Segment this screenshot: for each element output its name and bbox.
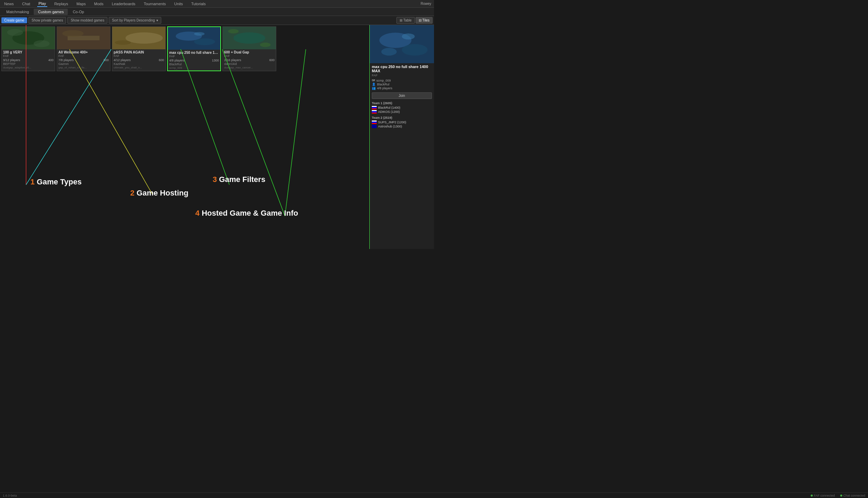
- svg-point-8: [125, 32, 163, 44]
- players-icon: 👥: [372, 86, 376, 90]
- annotation-game-filters: 3 Game Filters: [213, 175, 265, 184]
- panel-mod: FAF: [370, 74, 434, 78]
- panel-map-svg: [370, 25, 434, 63]
- map-svg: [57, 27, 110, 49]
- table-icon: ⊞: [400, 18, 402, 22]
- team2-label: Team 2 (2519): [372, 116, 432, 119]
- show-modded-games-button[interactable]: Show modded games: [67, 17, 107, 24]
- card-info: max cpu 250 no full share 1400 MAX FAF 4…: [168, 50, 220, 70]
- player-name: SUPS_JMP2 (1200): [378, 121, 406, 124]
- nav-item-units[interactable]: Units: [173, 1, 184, 7]
- annotation-game-types: 1 Game Types: [30, 177, 82, 186]
- svg-point-22: [381, 48, 396, 56]
- game-list: 100 g VERY FAF 9/12 players 400 BEPTEP d…: [0, 25, 369, 249]
- top-navigation: News Chat Play Replays Maps Mods Leaderb…: [0, 0, 434, 8]
- svg-point-16: [228, 29, 239, 34]
- card-stats: 9/12 players 400: [3, 58, 54, 62]
- card-title: 600 + Dual Gap: [224, 50, 275, 54]
- map-thumbnail: [57, 27, 110, 49]
- game-card[interactable]: 600 + Dual Gap FAF 2/16 players 600 dann…: [222, 26, 276, 71]
- game-card-selected[interactable]: max cpu 250 no full share 1400 MAX FAF 4…: [167, 26, 221, 71]
- panel-map-thumbnail: [370, 25, 434, 63]
- sort-label: Sort by Players Descending: [112, 18, 155, 22]
- game-card[interactable]: pASS PAIN AGAIN FAF 4/12 players 600 Kaz…: [112, 26, 166, 71]
- show-private-games-button[interactable]: Show private games: [28, 17, 66, 24]
- svg-point-3: [34, 40, 50, 47]
- sort-dropdown[interactable]: Sort by Players Descending ▾: [109, 17, 161, 24]
- map-svg: [2, 27, 55, 49]
- map-icon: 🗺: [372, 79, 375, 82]
- team1-section: Team 1 (2605) BlackRul (1400) ADIKOS (12…: [370, 100, 434, 115]
- map-thumbnail: [223, 27, 276, 49]
- map-svg: [223, 27, 276, 49]
- game-card[interactable]: All Welcome 400+ FAF 7/8 players 800 Gaz…: [57, 26, 110, 71]
- map-thumbnail: [112, 27, 165, 49]
- card-mod: FAF: [58, 54, 109, 58]
- svg-point-15: [234, 32, 265, 44]
- annotation-game-hosting: 2 Game Hosting: [130, 189, 189, 198]
- card-title: max cpu 250 no full share 1400 MAX: [169, 51, 219, 55]
- panel-host-row: 👤 BlackRul: [372, 83, 432, 86]
- card-title: 100 g VERY: [3, 50, 54, 54]
- svg-point-12: [194, 39, 215, 45]
- map-thumbnail: [2, 27, 55, 49]
- players-count: 7/8 players: [58, 58, 74, 62]
- tiles-view-button[interactable]: ⊟ Tiles: [416, 17, 433, 24]
- card-host: KaziNak: [114, 62, 164, 66]
- annotation-hosted-game: 4 Hosted Game & Game Info: [195, 209, 298, 218]
- svg-point-9: [115, 40, 131, 45]
- svg-point-17: [260, 43, 271, 47]
- card-host: BlackRul: [169, 63, 219, 66]
- player-flag: [372, 106, 377, 109]
- player-flag: [372, 110, 377, 114]
- map-thumbnail: [168, 27, 220, 50]
- join-game-button[interactable]: Join: [372, 92, 432, 99]
- player-row: ADIKOS (1200): [372, 110, 432, 114]
- table-view-button[interactable]: ⊞ Table: [396, 17, 415, 24]
- nav-item-maps[interactable]: Maps: [75, 1, 87, 7]
- nav-item-play[interactable]: Play: [37, 1, 47, 7]
- nav-item-chat[interactable]: Chat: [21, 1, 32, 7]
- tab-matchmaking[interactable]: Matchmaking: [2, 9, 33, 15]
- map-svg: [112, 27, 165, 49]
- player-name: ADIKOS (1200): [378, 110, 400, 114]
- panel-game-title: max cpu 250 no full share 1400 MAX: [370, 63, 434, 74]
- game-detail-panel: max cpu 250 no full share 1400 MAX FAF 🗺…: [369, 25, 434, 249]
- rating: 800: [104, 58, 109, 62]
- player-flag: [372, 121, 377, 124]
- card-host: Gazron: [58, 62, 109, 66]
- rating: 1300: [212, 59, 219, 62]
- nav-item-replays[interactable]: Replays: [53, 1, 69, 7]
- player-row: BlackRul (1400): [372, 106, 432, 110]
- player-name: BlackRul (1400): [378, 106, 400, 109]
- map-svg: [168, 27, 220, 50]
- game-area: 100 g VERY FAF 9/12 players 400 BEPTEP d…: [0, 25, 434, 249]
- tab-coop[interactable]: Co-Op: [68, 9, 88, 15]
- panel-players-row: 👥 4/8 players: [372, 86, 432, 90]
- nav-item-leaderboards[interactable]: Leaderboards: [110, 1, 137, 7]
- nav-item-tournaments[interactable]: Tournaments: [142, 1, 167, 7]
- map-name: dualgap_adaptive.v0...: [3, 66, 54, 69]
- rating: 400: [48, 58, 54, 62]
- tab-custom-games[interactable]: Custom games: [34, 9, 68, 15]
- players-count: 4/12 players: [114, 58, 131, 62]
- nav-item-tutorials[interactable]: Tutorials: [190, 1, 207, 7]
- card-host: dann1kid: [224, 62, 275, 66]
- svg-point-6: [62, 30, 83, 37]
- nav-item-news[interactable]: News: [3, 1, 15, 7]
- card-stats: 4/8 players 1300: [169, 59, 219, 62]
- map-name: dualgap_max_cancer...: [224, 66, 275, 69]
- player-name: Astroshub (1300): [378, 125, 402, 128]
- players-count: 9/12 players: [3, 58, 20, 62]
- map-name: gap_of_rohan_v7_fix...: [58, 66, 109, 69]
- card-mod: FAF: [3, 54, 54, 58]
- game-card[interactable]: 100 g VERY FAF 9/12 players 400 BEPTEP d…: [1, 26, 55, 71]
- svg-point-21: [402, 33, 415, 40]
- team2-section: Team 2 (2519) SUPS_JMP2 (1200) Astroshub…: [370, 115, 434, 130]
- nav-item-mods[interactable]: Mods: [93, 1, 105, 7]
- player-row: SUPS_JMP2 (1200): [372, 120, 432, 124]
- tiles-icon: ⊟: [419, 18, 421, 22]
- players-count: 2/16 players: [224, 58, 241, 62]
- create-game-button[interactable]: Create game: [1, 17, 27, 23]
- view-toggles: ⊞ Table ⊟ Tiles: [396, 17, 433, 24]
